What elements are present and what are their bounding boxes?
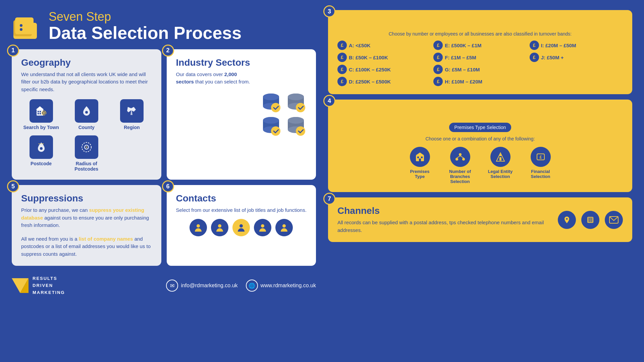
header-subtitle: Seven Step [49,10,241,23]
svg-point-10 [459,153,462,156]
footer: RESULTS DRIVEN MARKETING ✉ info@rdmarket… [12,271,316,296]
svg-rect-26 [592,220,592,221]
footer-globe-icon: 🌐 [246,280,258,292]
premises-label: Premises Type [405,169,435,179]
svg-rect-34 [38,113,39,114]
database-icon-1 [260,93,282,113]
database-icon-4 [285,116,307,136]
svg-point-66 [197,224,200,228]
footer-website-item: 🌐 www.rdmarketing.co.uk [246,280,316,292]
step1-panel: 1 Geography We understand that not all c… [12,49,161,180]
svg-rect-6 [417,157,419,158]
svg-rect-35 [40,113,41,114]
right-column: 3 Size of Organisation Choose by number … [322,10,632,352]
svg-point-49 [263,94,279,100]
search-by-town-icon [30,99,53,123]
pound-icon: £ [433,41,443,50]
svg-rect-27 [588,221,589,222]
size-item-h: £ H: £10M – £20M [433,77,527,86]
rdm-logo-icon [12,278,29,293]
svg-line-13 [457,156,460,158]
step6-title: Contacts [176,193,307,204]
svg-point-4 [20,28,22,31]
person-icon-1 [190,219,207,236]
svg-line-14 [460,156,464,158]
size-item-i: £ I: £20M – £50M [530,41,623,50]
size-item-empty2 [530,77,623,86]
step7-panel: 7 Channels All records can be supplied w… [328,197,632,242]
geography-icons: Search by Town County [21,99,152,172]
industry-icons [260,57,307,172]
svg-point-55 [296,103,305,112]
postcode-icon [30,135,53,159]
svg-point-50 [271,103,280,112]
svg-rect-21 [588,219,589,219]
branches-item: Number of Branches Selection [445,147,475,184]
telephone-icon [581,211,599,229]
step3-badge: 3 [323,5,335,17]
pound-icon: £ [530,41,539,50]
svg-point-65 [296,126,305,136]
step3-subtitle: Choose by number or employees or all bus… [337,31,623,37]
county-label: County [78,125,95,130]
header-title: Data Selection Process [49,23,241,43]
pound-icon: £ [337,53,347,62]
region-label: Region [124,125,140,130]
step7-description: All records can be supplied with a posta… [337,219,551,234]
svg-point-16 [499,154,501,156]
svg-point-40 [85,111,88,114]
svg-rect-25 [590,220,591,221]
svg-rect-7 [421,157,423,158]
pound-icon: £ [337,65,347,74]
financial-label: Financial Selection [526,169,556,179]
step2-title: Industry Sectors [176,57,254,68]
db-icons-row2 [260,116,307,136]
step5-badge: 5 [7,180,19,192]
contact-person-icons [176,219,307,236]
footer-website: www.rdmarketing.co.uk [261,283,316,289]
header-text-block: Seven Step Data Selection Process [49,10,241,43]
footer-email-item: ✉ info@rdmarketing.co.uk [166,280,237,292]
legal-entity-icon [490,147,511,167]
svg-rect-22 [590,219,591,219]
industry-text: Industry Sectors Our data covers over 2,… [176,57,254,172]
footer-email-icon: ✉ [166,280,178,292]
svg-rect-8 [419,159,421,161]
step5-title: Suppressions [21,193,152,204]
pound-icon: £ [337,77,347,86]
premises-type-badge: Premises Type Selection [449,123,512,132]
business-criteria-icons: Premises Type Number of Branches Selecti… [337,147,623,184]
person-icon-4 [254,219,271,236]
footer-logo-text: RESULTS DRIVEN MARKETING [33,275,65,296]
svg-rect-32 [38,111,39,112]
step4-panel: 4 Other Business Criteria Premises Type … [328,100,632,192]
step4-badge: 4 [323,95,335,107]
contacts-content: Contacts Select from our extensive list … [176,193,307,258]
legal-entity-label: Legal Entity Selection [485,169,516,179]
svg-point-12 [462,158,465,161]
region-item: Region [112,99,152,130]
legal-entity-item: Legal Entity Selection [485,147,516,184]
postcode-item: Postcode [21,135,61,172]
svg-marker-36 [36,106,44,110]
channels-icons [558,211,623,229]
step5-text2: All we need from you is a list of compan… [21,235,152,258]
svg-point-11 [455,158,458,161]
step1-title: Geography [21,57,152,68]
step6-description: Select from our extensive list of job ti… [176,206,307,214]
footer-logo: RESULTS DRIVEN MARKETING [12,275,65,296]
step2-panel: 2 Industry Sectors Our data covers over … [167,49,316,180]
pound-icon: £ [433,77,443,86]
svg-point-67 [218,224,221,228]
svg-rect-28 [590,221,591,222]
pound-icon: £ [433,53,443,62]
search-by-town-item: Search by Town [21,99,61,130]
size-item-empty1 [530,65,623,74]
db-icons-row1 [260,93,307,113]
step6-panel: 6 Contacts Select from our extensive lis… [167,185,316,266]
size-item-j: £ J: £50M + [530,53,623,62]
step4-title: Other Business Criteria [337,108,623,118]
svg-point-70 [282,224,286,228]
person-icon-3-highlighted [232,219,250,236]
radius-item: Radius of Postcodes [66,135,106,172]
